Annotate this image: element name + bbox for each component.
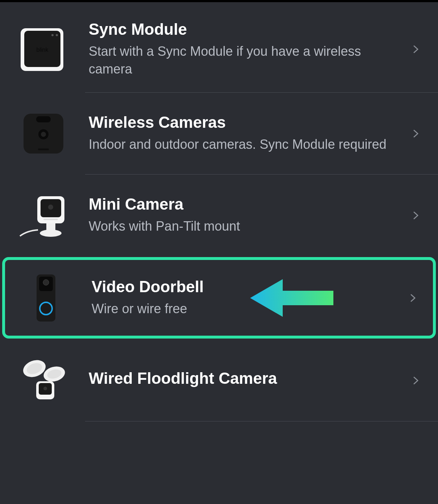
highlight-arrow-icon — [250, 276, 337, 320]
chevron-right-icon — [412, 377, 420, 385]
video-doorbell-icon — [19, 272, 72, 324]
svg-text:blink: blink — [37, 47, 49, 53]
chevron-right-icon — [412, 45, 420, 53]
device-subtitle: Start with a Sync Module if you have a w… — [89, 43, 405, 78]
device-subtitle: Wire or wire free — [92, 300, 402, 318]
device-item-mini-camera[interactable]: Mini Camera Works with Pan-Tilt mount — [0, 175, 438, 256]
svg-point-26 — [43, 387, 47, 390]
svg-rect-6 — [36, 116, 51, 122]
svg-rect-9 — [38, 148, 49, 150]
chevron-right-icon — [412, 130, 420, 138]
device-text-video-doorbell: Video Doorbell Wire or wire free — [92, 278, 402, 318]
device-text-sync-module: Sync Module Start with a Sync Module if … — [89, 20, 405, 78]
svg-rect-13 — [43, 219, 58, 220]
chevron-right-icon — [409, 294, 417, 302]
device-title: Video Doorbell — [92, 278, 402, 296]
svg-point-15 — [40, 230, 62, 237]
floodlight-camera-icon — [16, 354, 69, 407]
mini-camera-icon — [16, 189, 69, 242]
svg-point-12 — [48, 205, 53, 210]
device-item-sync-module[interactable]: blink Sync Module Start with a Sync Modu… — [0, 6, 438, 92]
device-title: Wireless Cameras — [89, 113, 405, 131]
device-item-video-doorbell[interactable]: Video Doorbell Wire or wire free — [2, 257, 436, 339]
wireless-camera-icon — [16, 107, 69, 160]
device-type-list: blink Sync Module Start with a Sync Modu… — [0, 2, 438, 421]
svg-point-3 — [56, 34, 58, 36]
device-title: Mini Camera — [89, 195, 405, 213]
svg-point-18 — [43, 280, 49, 285]
device-text-wireless-cameras: Wireless Cameras Indoor and outdoor came… — [89, 113, 405, 154]
device-subtitle: Works with Pan-Tilt mount — [89, 218, 405, 235]
chevron-right-icon — [412, 211, 420, 219]
device-title: Sync Module — [89, 20, 405, 38]
svg-point-2 — [51, 34, 54, 36]
svg-point-8 — [41, 132, 46, 137]
device-text-mini-camera: Mini Camera Works with Pan-Tilt mount — [89, 195, 405, 235]
device-title: Wired Floodlight Camera — [89, 369, 405, 387]
device-item-wireless-cameras[interactable]: Wireless Cameras Indoor and outdoor came… — [0, 93, 438, 174]
device-subtitle: Indoor and outdoor cameras. Sync Module … — [89, 136, 405, 154]
device-item-wired-floodlight-camera[interactable]: Wired Floodlight Camera — [0, 340, 438, 421]
list-divider — [85, 421, 438, 421]
svg-rect-14 — [46, 223, 55, 230]
device-text-wired-floodlight-camera: Wired Floodlight Camera — [89, 369, 405, 392]
sync-module-icon: blink — [16, 23, 69, 75]
